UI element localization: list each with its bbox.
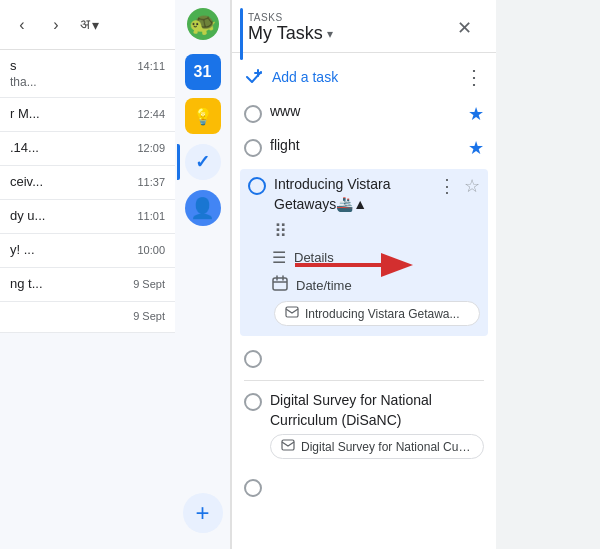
- sidebar-item-tasks[interactable]: ✓: [185, 144, 221, 180]
- task-text-survey: Digital Survey for National Curriculum (…: [270, 391, 484, 430]
- add-task-label: Add a task: [272, 69, 338, 85]
- email-chip-icon-survey: [281, 438, 295, 455]
- email-subject: tha...: [10, 75, 165, 89]
- svg-rect-2: [273, 278, 287, 290]
- tasks-section-label: TASKS: [248, 12, 333, 23]
- email-item[interactable]: ceiv... 11:37: [0, 166, 175, 200]
- nav-prev-button[interactable]: ‹: [8, 11, 36, 39]
- sidebar-item-contacts[interactable]: 👤: [185, 190, 221, 226]
- task-email-chip-vistara[interactable]: Introducing Vistara Getawa...: [274, 301, 480, 326]
- email-time: 9 Sept: [133, 278, 165, 290]
- tasks-dropdown-arrow[interactable]: ▾: [327, 27, 333, 41]
- task-item-empty-2: [232, 469, 496, 505]
- email-time: 11:01: [137, 210, 165, 222]
- nav-next-button[interactable]: ›: [42, 11, 70, 39]
- calendar-icon: 31: [194, 63, 212, 81]
- calendar-icon: [272, 275, 288, 295]
- task-star-www[interactable]: ★: [468, 103, 484, 125]
- task-star-flight[interactable]: ★: [468, 137, 484, 159]
- task-item-vistara[interactable]: Introducing Vistara Getaways🚢▲ ⋮ ☆ ⠿ ☰ D…: [240, 169, 488, 336]
- email-sender: y! ...: [10, 242, 35, 257]
- email-time: 12:44: [137, 108, 165, 120]
- email-time: 9 Sept: [133, 310, 165, 322]
- svg-rect-6: [286, 307, 298, 317]
- email-sender: r M...: [10, 106, 40, 121]
- task-checkbox-empty-2[interactable]: [244, 479, 262, 497]
- email-time: 12:09: [137, 142, 165, 154]
- email-time: 11:37: [137, 176, 165, 188]
- details-icon: ☰: [272, 248, 286, 267]
- task-email-chip-survey[interactable]: Digital Survey for National Curricu...: [270, 434, 484, 459]
- email-item[interactable]: dy u... 11:01: [0, 200, 175, 234]
- email-item[interactable]: 9 Sept: [0, 302, 175, 333]
- drag-handle-area: ⠿: [248, 214, 480, 244]
- task-checkbox-www[interactable]: [244, 105, 262, 123]
- task-item-survey[interactable]: Digital Survey for National Curriculum (…: [232, 385, 496, 469]
- email-sender: dy u...: [10, 208, 45, 223]
- user-avatar[interactable]: 🐢: [187, 8, 219, 40]
- email-time: 10:00: [137, 244, 165, 256]
- email-item[interactable]: r M... 12:44: [0, 98, 175, 132]
- task-item-flight[interactable]: flight ★: [232, 131, 496, 165]
- task-item-empty-1: [232, 340, 496, 376]
- add-task-more-button[interactable]: ⋮: [464, 65, 484, 89]
- contacts-icon: 👤: [190, 196, 215, 220]
- task-action-details[interactable]: ☰ Details: [266, 244, 480, 271]
- email-item[interactable]: s 14:11 tha...: [0, 50, 175, 98]
- email-chip-text-survey: Digital Survey for National Curricu...: [301, 440, 473, 454]
- app-sidebar: 🐢 31 💡 ✓ 👤 +: [175, 0, 231, 549]
- svg-rect-7: [282, 440, 294, 450]
- tasks-panel: TASKS My Tasks ▾ ✕: [231, 0, 496, 549]
- task-text-www: www: [270, 103, 460, 119]
- add-task-icon: [244, 67, 264, 87]
- email-list: s 14:11 tha... r M... 12:44 .14... 12:09: [0, 50, 175, 549]
- task-text-flight: flight: [270, 137, 460, 153]
- task-checkbox-flight[interactable]: [244, 139, 262, 157]
- close-button[interactable]: ✕: [448, 12, 480, 44]
- tasks-title-row: My Tasks ▾: [248, 23, 333, 44]
- sidebar-item-calendar[interactable]: 31: [185, 54, 221, 90]
- task-text-vistara: Introducing Vistara Getaways🚢▲: [274, 175, 430, 214]
- task-more-vistara[interactable]: ⋮: [438, 175, 456, 197]
- datetime-label: Date/time: [296, 278, 352, 293]
- tasks-header: TASKS My Tasks ▾ ✕: [232, 0, 496, 53]
- add-button[interactable]: +: [175, 485, 231, 541]
- close-icon: ✕: [457, 17, 472, 39]
- details-label: Details: [294, 250, 334, 265]
- email-chip-icon: [285, 305, 299, 322]
- sidebar-item-keep[interactable]: 💡: [185, 98, 221, 134]
- email-time: 14:11: [137, 60, 165, 72]
- email-sender: ng t...: [10, 276, 43, 291]
- tasks-content[interactable]: Add a task ⋮ www ★ flight ★: [232, 53, 496, 549]
- language-selector[interactable]: अ ▾: [80, 16, 99, 33]
- email-item[interactable]: ng t... 9 Sept: [0, 268, 175, 302]
- task-checkbox-survey[interactable]: [244, 393, 262, 411]
- email-item[interactable]: .14... 12:09: [0, 132, 175, 166]
- task-action-datetime[interactable]: Date/time: [266, 271, 480, 299]
- add-icon: +: [183, 493, 223, 533]
- lang-text: अ: [80, 16, 90, 33]
- tasks-divider: [244, 380, 484, 381]
- task-item-www[interactable]: www ★: [232, 97, 496, 131]
- email-sender: ceiv...: [10, 174, 43, 189]
- email-item[interactable]: y! ... 10:00: [0, 234, 175, 268]
- email-sender: s: [10, 58, 17, 73]
- task-star-vistara[interactable]: ☆: [464, 175, 480, 197]
- tasks-header-left: TASKS My Tasks ▾: [248, 12, 333, 44]
- tasks-icon: ✓: [195, 151, 210, 173]
- add-task-row[interactable]: Add a task ⋮: [232, 57, 496, 97]
- email-chip-text-vistara: Introducing Vistara Getawa...: [305, 307, 460, 321]
- lang-dropdown-icon: ▾: [92, 17, 99, 33]
- email-sender: .14...: [10, 140, 39, 155]
- tasks-title: My Tasks: [248, 23, 323, 44]
- task-checkbox-vistara[interactable]: [248, 177, 266, 195]
- keep-icon: 💡: [193, 107, 213, 126]
- drag-handle-icon: ⠿: [274, 220, 287, 242]
- top-bar: ‹ › अ ▾: [0, 0, 175, 50]
- task-checkbox-empty-1[interactable]: [244, 350, 262, 368]
